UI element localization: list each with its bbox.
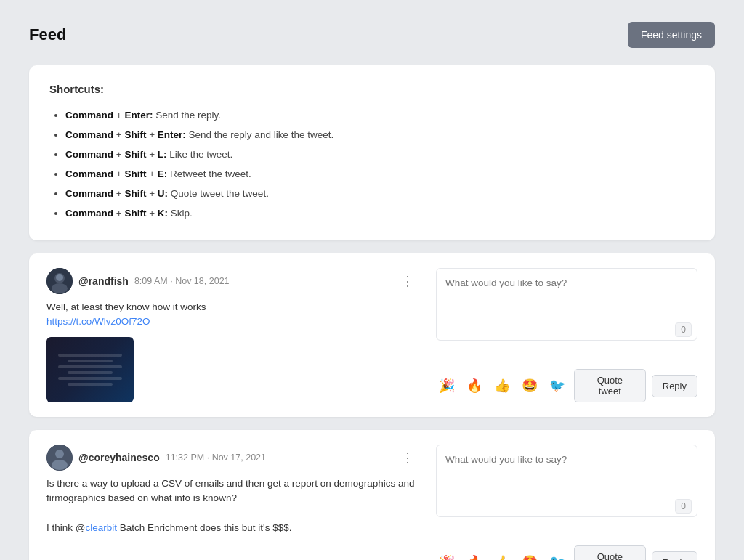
svg-point-6 [52,460,68,470]
char-count-2: 0 [675,499,692,514]
emoji-bird-2[interactable]: 🐦 [546,553,568,560]
tweet-meta-2: @coreyhainesco 11:32 PM · Nov 17, 2021 [46,445,266,471]
shortcut-item-5: Command + Shift + U: Quote tweet the twe… [65,184,695,203]
tweet-meta-1: @randfish 8:09 AM · Nov 18, 2021 [46,268,230,294]
shortcut-item-3: Command + Shift + L: Like the tweet. [65,145,695,164]
reply-actions-1: 🎉 🔥 👍 🤩 🐦 Quote tweet Reply [436,369,698,402]
emoji-party-2[interactable]: 🎉 [436,553,458,560]
avatar-randfish [46,268,73,294]
tweet-reply-area-1: 0 🎉 🔥 👍 🤩 🐦 Quote tweet Reply [436,268,698,402]
tweet-header-2: @coreyhainesco 11:32 PM · Nov 17, 2021 ⋮ [46,445,418,471]
emoji-party-1[interactable]: 🎉 [436,376,458,395]
tweet-text-1: Well, at least they know how it works ht… [46,300,418,330]
quote-tweet-btn-2[interactable]: Quote tweet [574,545,646,560]
emoji-star-1[interactable]: 🤩 [519,376,541,395]
quote-tweet-btn-1[interactable]: Quote tweet [574,369,646,402]
tweet-image-1 [46,337,134,402]
reply-textarea-wrapper-2: 0 [436,445,698,519]
page-header: Feed Feed settings [29,22,715,48]
emoji-bird-1[interactable]: 🐦 [546,376,568,395]
reply-btn-1[interactable]: Reply [652,375,698,397]
tweet-left-2: @coreyhainesco 11:32 PM · Nov 17, 2021 ⋮… [46,445,418,560]
char-count-1: 0 [675,322,692,337]
emoji-thumbs-2[interactable]: 👍 [491,553,513,560]
reply-input-1[interactable] [436,268,698,341]
emoji-thumbs-1[interactable]: 👍 [491,376,513,395]
more-options-btn-2[interactable]: ⋮ [397,450,418,466]
shortcut-item-1: Command + Enter: Send the reply. [65,105,695,125]
tweet-card-2: @coreyhainesco 11:32 PM · Nov 17, 2021 ⋮… [29,430,715,560]
shortcut-item-4: Command + Shift + E: Retweet the tweet. [65,164,695,184]
tweet-author-1: @randfish [78,275,129,287]
feed-settings-button[interactable]: Feed settings [628,22,715,48]
reply-textarea-wrapper-1: 0 [436,268,698,343]
shortcut-item-6: Command + Shift + K: Skip. [65,203,695,223]
svg-point-2 [52,283,68,293]
tweet-reply-area-2: 0 🎉 🔥 👍 🤩 🐦 Quote tweet Reply [436,445,698,560]
emoji-fire-1[interactable]: 🔥 [464,376,485,395]
tweet-header-1: @randfish 8:09 AM · Nov 18, 2021 ⋮ [46,268,418,294]
svg-point-3 [56,274,63,281]
tweet-time-2: 11:32 PM · Nov 17, 2021 [166,453,266,463]
tweet-text-2: Is there a way to upload a CSV of emails… [46,476,418,535]
tweet-author-2: @coreyhainesco [78,452,160,463]
more-options-btn-1[interactable]: ⋮ [397,273,418,289]
reply-actions-2: 🎉 🔥 👍 🤩 🐦 Quote tweet Reply [436,545,698,560]
shortcuts-card: Shortcuts: Command + Enter: Send the rep… [29,65,715,240]
tweet-card-1: @randfish 8:09 AM · Nov 18, 2021 ⋮ Well,… [29,253,715,417]
avatar-coreyhainesco [46,445,73,471]
reply-input-2[interactable] [436,445,698,517]
emoji-star-2[interactable]: 🤩 [519,553,541,560]
tweet-time-1: 8:09 AM · Nov 18, 2021 [134,276,230,286]
shortcut-item-2: Command + Shift + Enter: Send the reply … [65,125,695,145]
mention-clearbit[interactable]: clearbit [85,522,117,533]
page-title: Feed [29,25,66,44]
shortcuts-list: Command + Enter: Send the reply. Command… [49,105,695,223]
shortcuts-title: Shortcuts: [49,83,695,95]
svg-point-5 [55,450,64,458]
reply-btn-2[interactable]: Reply [652,551,698,561]
tweet-link-1[interactable]: https://t.co/Wlvz0Of72O [46,316,150,327]
tweet-left-1: @randfish 8:09 AM · Nov 18, 2021 ⋮ Well,… [46,268,418,402]
tweet-text2-2: I think @clearbit Batch Enrichment does … [46,522,291,533]
emoji-fire-2[interactable]: 🔥 [464,553,485,560]
